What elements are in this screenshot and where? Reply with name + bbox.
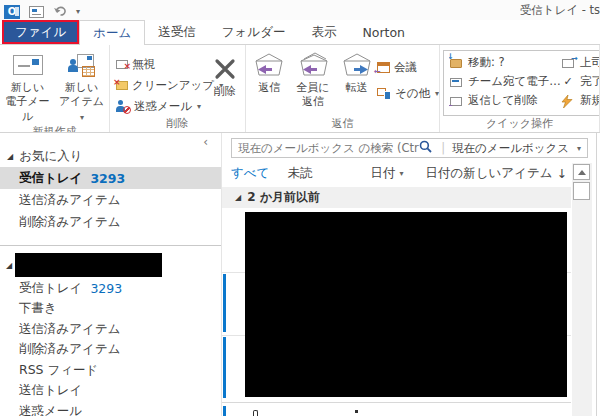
- meeting-icon: ←: [377, 62, 390, 73]
- cleanup-label: クリーンアップ: [132, 78, 214, 93]
- sidebar-item-inbox-favorite[interactable]: 受信トレイ 3293: [0, 167, 221, 189]
- reply-all-label-2: 返信: [302, 95, 324, 109]
- new-email-label-1: 新しい: [11, 81, 45, 95]
- search-scope-dropdown-icon[interactable]: ▾: [577, 144, 581, 153]
- group-label-delete: 削除: [110, 116, 245, 132]
- sidebar-item-rss[interactable]: RSS フィード: [0, 360, 221, 381]
- sidebar-item-sent[interactable]: 送信済みアイテム: [0, 319, 221, 340]
- quick-step-done[interactable]: ✓ 完了: [561, 72, 600, 91]
- group-expand-icon[interactable]: ◢: [235, 193, 241, 202]
- delete-x-icon: [212, 53, 238, 85]
- new-email-button[interactable]: 新しい 電子メール: [2, 45, 54, 124]
- reply-icon: [253, 49, 285, 81]
- search-scope-value[interactable]: 現在のメールボックス: [452, 141, 569, 156]
- favorites-expand-icon[interactable]: ◢: [7, 152, 13, 161]
- reply-delete-icon: ←: [449, 95, 463, 107]
- ribbon-tab-row: ファイル ホーム 送受信 フォルダー 表示 Norton: [0, 20, 600, 45]
- favorites-header[interactable]: ◢ お気に入り: [0, 145, 221, 167]
- filter-unread[interactable]: 未読: [287, 165, 312, 182]
- ribbon-group-respond: 返信 全員に 返信 転送 ← 会議: [246, 45, 440, 132]
- quick-step-reply-delete[interactable]: ← 返信して削除: [449, 91, 561, 110]
- quick-step-move-label: 移動: ?: [468, 55, 505, 70]
- cleanup-icon: ×: [116, 81, 128, 90]
- main-content: ‹ ◢ お気に入り 受信トレイ 3293 送信済みアイテム 削除済みアイテム ◢…: [0, 133, 600, 416]
- quick-step-move[interactable]: ↓ 移動: ?: [449, 53, 561, 72]
- delete-button[interactable]: 削除: [208, 45, 242, 116]
- junk-icon: [116, 100, 130, 113]
- tab-folder[interactable]: フォルダー: [209, 20, 299, 44]
- unread-count: 3293: [90, 171, 125, 186]
- qat-customize-dropdown-icon[interactable]: ▾: [76, 7, 80, 16]
- new-items-button[interactable]: 新しい アイテム ▾: [56, 45, 108, 124]
- account-expand-icon[interactable]: ◢: [6, 261, 12, 270]
- tab-norton[interactable]: Norton: [349, 20, 418, 44]
- sidebar-item-deleted-favorite[interactable]: 削除済みアイテム: [0, 211, 221, 233]
- sort-order-arrow-icon: ↓: [557, 166, 567, 181]
- folder-label: 送信済みアイテム: [19, 321, 120, 338]
- sidebar-item-drafts[interactable]: 下書き: [0, 299, 221, 320]
- unread-indicator-bar: [223, 406, 226, 416]
- scrollbar-thumb[interactable]: [573, 182, 590, 200]
- reply-all-button[interactable]: 全員に 返信: [290, 45, 337, 116]
- sidebar-item-outbox[interactable]: 送信トレイ: [0, 381, 221, 402]
- ignore-button[interactable]: × 無視: [116, 56, 208, 73]
- meeting-button[interactable]: ← 会議: [377, 59, 439, 76]
- message-list-body: [222, 208, 571, 416]
- forward-label: 転送: [346, 81, 368, 95]
- folder-label: 迷惑メール: [19, 403, 82, 416]
- more-respond-icon: [377, 88, 391, 100]
- tab-file[interactable]: ファイル: [2, 20, 79, 44]
- sort-order-label: 日付の新しいアイテム: [425, 165, 552, 182]
- account-header[interactable]: ◢: [0, 252, 221, 278]
- more-respond-dropdown-icon: ▾: [435, 89, 439, 98]
- folder-label: 下書き: [19, 300, 57, 317]
- filter-all[interactable]: すべて: [231, 165, 269, 182]
- message-fragment: [355, 410, 358, 413]
- ignore-label: 無視: [132, 57, 155, 72]
- forward-icon: [341, 49, 373, 81]
- sidebar-item-deleted[interactable]: 削除済みアイテム: [0, 340, 221, 361]
- done-check-icon: ✓: [561, 75, 575, 88]
- search-icon[interactable]: [419, 140, 432, 156]
- unread-count: 3293: [90, 281, 122, 296]
- undo-icon[interactable]: [53, 2, 67, 21]
- window-title: 受信トレイ - ts: [520, 3, 600, 18]
- sort-order[interactable]: 日付の新しいアイテム ↓: [425, 165, 567, 182]
- folder-label: 受信トレイ: [19, 170, 82, 187]
- ribbon-group-delete: × 無視 × クリーンアップ ▾ 迷惑メール ▾ 削除: [110, 45, 246, 132]
- sidebar-item-inbox[interactable]: 受信トレイ 3293: [0, 278, 221, 299]
- message-list-scrollbar[interactable]: [572, 163, 592, 416]
- search-input[interactable]: [238, 141, 419, 155]
- sort-by-date[interactable]: 日付 ▾: [370, 165, 403, 182]
- send-receive-icon[interactable]: [29, 6, 44, 18]
- minimize-folder-pane-icon[interactable]: ‹: [203, 135, 208, 149]
- move-folder-icon: ↓: [449, 57, 463, 69]
- quick-step-create-new[interactable]: 新規: [561, 91, 600, 110]
- quick-access-toolbar: O ▾: [4, 2, 80, 21]
- reply-label: 返信: [258, 81, 280, 95]
- tab-send-receive[interactable]: 送受信: [145, 20, 209, 44]
- junk-button[interactable]: 迷惑メール ▾: [116, 98, 208, 115]
- quick-step-team-email[interactable]: チーム宛て電子…: [449, 72, 561, 91]
- quick-step-reply-delete-label: 返信して削除: [468, 93, 538, 108]
- tab-home[interactable]: ホーム: [79, 20, 145, 45]
- more-respond-button[interactable]: その他 ▾: [377, 85, 439, 102]
- delete-label: 削除: [214, 85, 236, 99]
- search-box[interactable]: | 現在のメールボックス ▾: [231, 138, 588, 158]
- reply-button[interactable]: 返信: [249, 45, 290, 116]
- folder-pane: ‹ ◢ お気に入り 受信トレイ 3293 送信済みアイテム 削除済みアイテム ◢…: [0, 133, 222, 416]
- tab-view[interactable]: 表示: [298, 20, 349, 44]
- item-separator: [222, 402, 571, 403]
- unread-indicator-bar: [223, 274, 226, 332]
- forward-button[interactable]: 転送: [336, 45, 377, 116]
- junk-label: 迷惑メール: [134, 99, 192, 114]
- date-group-label: 2 か月前以前: [247, 189, 320, 206]
- cleanup-button[interactable]: × クリーンアップ ▾: [116, 77, 208, 94]
- junk-dropdown-icon: ▾: [197, 102, 201, 111]
- sidebar-item-sent-favorite[interactable]: 送信済みアイテム: [0, 189, 221, 211]
- sidebar-item-junk[interactable]: 迷惑メール: [0, 401, 221, 416]
- quick-step-to-manager[interactable]: → 上司: [561, 53, 600, 72]
- date-group-header[interactable]: ◢ 2 か月前以前: [222, 187, 571, 208]
- redacted-message-list[interactable]: [245, 212, 567, 397]
- scroll-up-button[interactable]: [573, 164, 590, 180]
